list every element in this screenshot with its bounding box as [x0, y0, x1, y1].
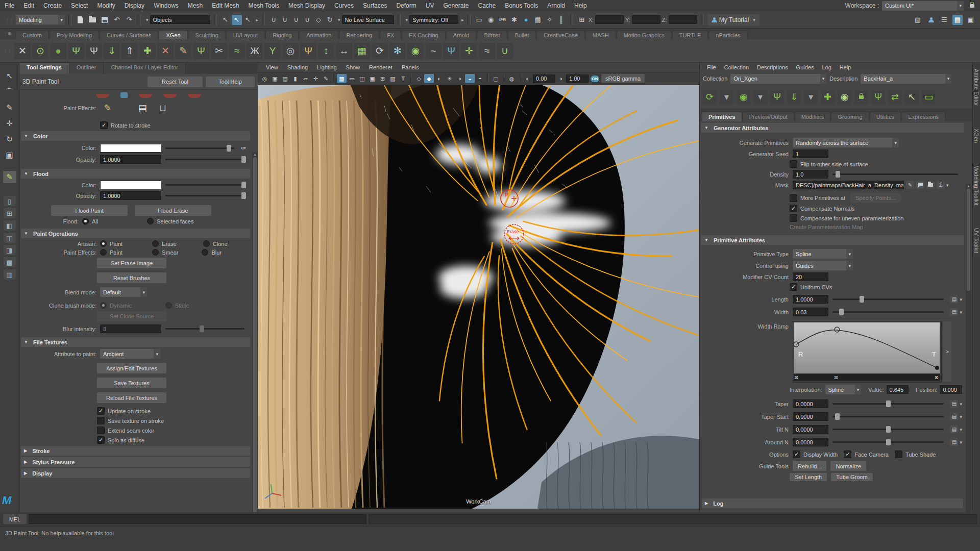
- reset-brushes-button[interactable]: Reset Brushes: [97, 272, 166, 283]
- chevron-down-icon[interactable]: ▾: [338, 17, 340, 22]
- pan-zoom-icon[interactable]: ✛: [311, 74, 321, 83]
- blur-intensity-field[interactable]: 8: [100, 324, 161, 333]
- xgen-tab-utilities[interactable]: Utilities: [870, 112, 901, 121]
- use-all-lights-icon[interactable]: ✳: [445, 74, 454, 83]
- xgen-magnify-icon[interactable]: ⊙: [32, 43, 48, 59]
- select-hierarchy-icon[interactable]: ↖: [220, 15, 231, 25]
- motion-blur-icon[interactable]: ◓: [475, 74, 485, 83]
- menu-create[interactable]: Create: [39, 2, 66, 9]
- undo-icon[interactable]: ↶: [112, 15, 122, 25]
- save-scene-icon[interactable]: [100, 15, 110, 25]
- flood-opacity-field[interactable]: 1.0000: [100, 191, 161, 200]
- shelf-tab-mash[interactable]: MASH: [585, 31, 616, 39]
- textured-mode-icon[interactable]: ◐: [434, 74, 444, 83]
- xgen-menu-file[interactable]: File: [703, 64, 720, 70]
- hypershade-icon[interactable]: ●: [521, 15, 531, 25]
- menu-mesh[interactable]: Mesh: [183, 2, 207, 9]
- xgen-green-blob-icon[interactable]: ●: [50, 43, 66, 59]
- command-result[interactable]: [369, 514, 977, 524]
- density-slider[interactable]: [832, 173, 958, 175]
- shelf-tab-xgen[interactable]: XGen: [159, 31, 187, 39]
- wireframe-mode-icon[interactable]: ◇: [414, 74, 424, 83]
- camera-lock-icon[interactable]: ▣: [270, 74, 280, 83]
- x-input[interactable]: [595, 15, 624, 24]
- modeling-toolkit-toggle-icon[interactable]: ▧: [913, 15, 923, 25]
- length-map-icon[interactable]: ▤: [950, 295, 958, 303]
- blend-mode-select[interactable]: Default: [100, 287, 147, 297]
- redo-icon[interactable]: ↷: [124, 15, 134, 25]
- flip-side-checkbox[interactable]: [790, 160, 797, 168]
- z-input[interactable]: [669, 15, 697, 24]
- xgen-create-description-icon[interactable]: Ψ: [68, 43, 84, 59]
- uniform-cvs-checkbox[interactable]: [790, 283, 797, 291]
- exposure-icon[interactable]: ◐: [523, 74, 532, 83]
- create-parameterization-map-button[interactable]: Create Parameterization Map: [790, 224, 863, 230]
- around-n-map-icon[interactable]: ▤: [950, 438, 958, 446]
- gate-mask-icon[interactable]: ▣: [368, 74, 377, 83]
- menu-mesh-display[interactable]: Mesh Display: [284, 2, 330, 9]
- mask-paint-icon[interactable]: ✎: [906, 181, 914, 189]
- film-gate-icon[interactable]: ▭: [347, 74, 357, 83]
- shelf-tab-turtle[interactable]: TURTLE: [672, 31, 708, 39]
- menu-curves[interactable]: Curves: [330, 2, 358, 9]
- attribute-editor-toggle-icon[interactable]: ▤: [952, 15, 963, 25]
- tilt-n-slider[interactable]: [832, 429, 944, 430]
- camera-attributes-icon[interactable]: ▤: [280, 74, 290, 83]
- panel-tab-channel-box-layer-editor[interactable]: Channel Box / Layer Editor: [104, 63, 185, 74]
- xgen-menu-descriptions[interactable]: Descriptions: [753, 64, 792, 70]
- paint-effects-brush-icon[interactable]: ✎: [100, 101, 115, 115]
- xgen-preview-toggle-icon[interactable]: ◉: [737, 90, 750, 104]
- shelf-tab-uvlayout[interactable]: UVLayout: [226, 31, 265, 39]
- xgen-width-brush-icon[interactable]: ↔: [336, 43, 352, 59]
- generate-primitives-select[interactable]: Randomly across the surface: [793, 138, 899, 147]
- snap-to-grid-icon[interactable]: ∪: [268, 15, 279, 25]
- grease-pencil-icon[interactable]: ✎: [321, 74, 331, 83]
- menu-file[interactable]: File: [0, 2, 19, 9]
- brush-profile-icon[interactable]: [96, 94, 109, 98]
- chevron-down-icon[interactable]: ▾: [960, 427, 962, 432]
- color-management-toggle[interactable]: ON: [591, 76, 599, 82]
- menu-modify[interactable]: Modify: [92, 2, 119, 9]
- shelf-tab-creativecase[interactable]: CreativeCase: [536, 31, 585, 39]
- clone-dynamic-radio[interactable]: [100, 302, 107, 309]
- extend-seam-color-checkbox[interactable]: [97, 427, 105, 434]
- pfx-blur-radio[interactable]: [202, 249, 208, 256]
- shadows-icon[interactable]: ◑: [455, 74, 464, 83]
- xgen-tab-preview-output[interactable]: Preview/Output: [743, 112, 794, 121]
- shelf-tab-poly-modeling[interactable]: Poly Modeling: [50, 31, 99, 39]
- log-section[interactable]: Log: [700, 498, 965, 508]
- image-plane-icon[interactable]: ▱: [301, 74, 310, 83]
- snap-to-projected-center-icon[interactable]: ∪: [302, 15, 312, 25]
- channel-box-toggle-icon[interactable]: ☰: [939, 15, 949, 25]
- xgen-select-guides-icon[interactable]: ↖: [905, 90, 919, 104]
- control-using-select[interactable]: Guides: [793, 261, 853, 270]
- xgen-scrollbar[interactable]: ▲: [966, 184, 971, 551]
- mask-save-icon[interactable]: [916, 181, 924, 189]
- snap-to-view-plane-icon[interactable]: ◇: [313, 15, 324, 25]
- width-ramp-widget[interactable]: R T ⊠⊠⊠: [793, 321, 942, 383]
- safe-title-icon[interactable]: T: [398, 74, 408, 83]
- xgen-clump-icon[interactable]: Ж: [247, 43, 263, 59]
- tool-settings-scrollbar[interactable]: ▲▼: [252, 152, 258, 551]
- section-display[interactable]: Display: [21, 468, 250, 478]
- xgen-cut-icon[interactable]: ✂: [211, 43, 227, 59]
- shelf-tab-rendering[interactable]: Rendering: [339, 31, 379, 39]
- brush-profile-icon[interactable]: [163, 94, 177, 98]
- character-controls-toggle-icon[interactable]: [926, 15, 936, 25]
- ramp-expand-button[interactable]: >: [943, 321, 951, 382]
- set-length-button[interactable]: Set Length: [790, 473, 827, 481]
- shelf-tab-sculpting[interactable]: Sculpting: [188, 31, 226, 39]
- chevron-down-icon[interactable]: ▾: [146, 17, 149, 22]
- grid-toggle-icon[interactable]: ▦: [337, 74, 347, 83]
- viewport-menu-view[interactable]: View: [262, 64, 282, 70]
- flood-color-slider[interactable]: [165, 184, 244, 186]
- chevron-down-icon[interactable]: ▾: [960, 297, 962, 302]
- set-erase-image-button[interactable]: Set Erase Image: [97, 258, 166, 268]
- shelf-tab-curves-surfaces[interactable]: Curves / Surfaces: [100, 31, 158, 39]
- shelf-tab-bifrost[interactable]: Bifrost: [477, 31, 507, 39]
- brush-profile-icon[interactable]: [139, 94, 152, 98]
- length-field[interactable]: 1.0000: [793, 295, 828, 304]
- menu-generate[interactable]: Generate: [438, 2, 473, 9]
- command-language-toggle[interactable]: MEL: [3, 514, 27, 524]
- shelf-tab-custom[interactable]: Custom: [15, 31, 49, 39]
